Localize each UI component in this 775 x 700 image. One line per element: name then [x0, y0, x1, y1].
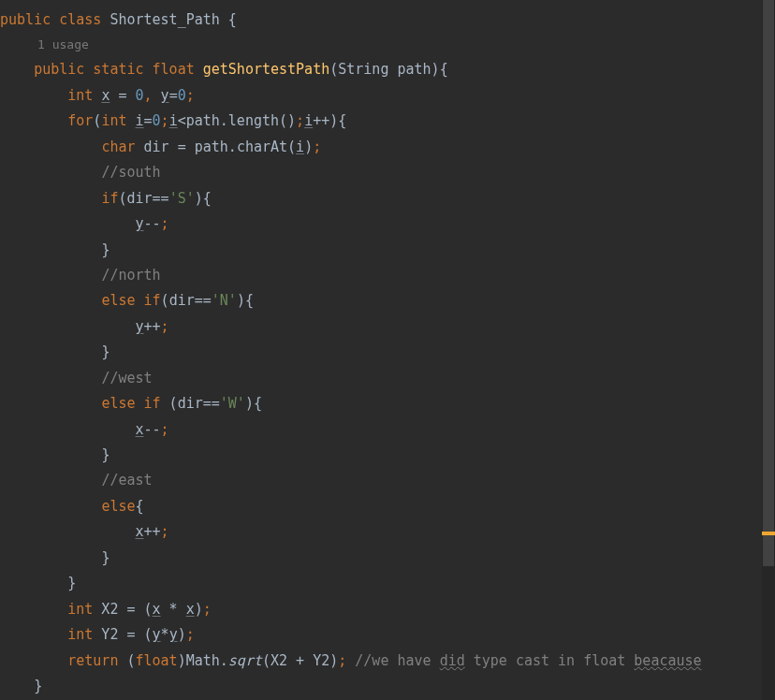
- code-line[interactable]: if(dir=='S'){: [0, 186, 775, 211]
- code-line[interactable]: else if (dir=='W'){: [0, 391, 775, 416]
- param-name: path: [397, 61, 431, 78]
- code-line[interactable]: else if(dir=='N'){: [0, 288, 775, 314]
- semicolon: ;: [186, 626, 195, 643]
- parens: (): [279, 112, 296, 129]
- code-line[interactable]: for(int i=0;i<path.length();i++){: [0, 109, 775, 134]
- equals: =: [144, 112, 153, 129]
- code-line[interactable]: //south: [0, 160, 775, 185]
- keyword-int: int: [101, 112, 126, 129]
- keyword-if: if: [144, 395, 161, 412]
- paren: (: [287, 139, 296, 155]
- method-call: length: [228, 112, 279, 129]
- brace: {: [440, 61, 448, 78]
- equals: =: [169, 87, 178, 104]
- paren: ): [237, 292, 245, 309]
- scrollbar-thumb[interactable]: [763, 0, 774, 566]
- code-line[interactable]: x++;: [0, 519, 775, 545]
- variable-y2: Y2: [93, 626, 126, 643]
- variable-y: y: [161, 87, 169, 104]
- code-line[interactable]: }: [0, 674, 775, 699]
- code-line[interactable]: else{: [0, 494, 775, 519]
- code-line[interactable]: y++;: [0, 314, 775, 340]
- usage-hint[interactable]: 1 usage: [0, 33, 775, 57]
- equals: =: [178, 139, 195, 155]
- code-line[interactable]: y--;: [0, 211, 775, 237]
- dot: .: [220, 112, 228, 129]
- warning-marker[interactable]: [762, 532, 775, 535]
- code-line[interactable]: //north: [0, 263, 775, 288]
- typo-beacause: beacause: [634, 652, 701, 669]
- semicolon: ;: [203, 601, 212, 618]
- method-sqrt: sqrt: [228, 652, 262, 669]
- scrollbar-track[interactable]: [762, 0, 775, 700]
- variable-x: x: [136, 421, 144, 438]
- math-class: Math: [186, 652, 220, 669]
- brace: {: [338, 112, 346, 129]
- variable-i: i: [136, 112, 144, 129]
- code-line[interactable]: }: [0, 238, 775, 263]
- code-line[interactable]: public static float getShortestPath(Stri…: [0, 57, 775, 82]
- keyword-for: for: [67, 112, 93, 129]
- equals-equals: ==: [153, 190, 169, 207]
- equals-equals: ==: [203, 395, 220, 412]
- code-line[interactable]: }: [0, 443, 775, 468]
- code-line[interactable]: //east: [0, 468, 775, 493]
- brace: {: [245, 292, 254, 309]
- variable-dir: dir: [169, 292, 195, 309]
- code-line[interactable]: int X2 = (x * x);: [0, 597, 775, 622]
- code-line[interactable]: int Y2 = (y*y);: [0, 622, 775, 648]
- keyword-float: float: [153, 61, 195, 78]
- path-var: path: [186, 112, 220, 129]
- variable-x: x: [136, 523, 144, 540]
- keyword-float: float: [136, 652, 178, 669]
- code-line[interactable]: }: [0, 571, 775, 596]
- char-literal-n: 'N': [212, 292, 237, 309]
- increment: ++: [313, 112, 329, 129]
- keyword-if: if: [144, 292, 161, 309]
- paren: ): [245, 395, 254, 412]
- code-line[interactable]: int x = 0, y=0;: [0, 83, 775, 109]
- semicolon: ;: [161, 523, 169, 540]
- variable-y: y: [169, 626, 178, 643]
- multiply: *: [161, 601, 186, 618]
- space: [346, 652, 355, 669]
- comment-text: type cast in float: [465, 652, 635, 669]
- brace: }: [101, 549, 110, 566]
- code-editor[interactable]: public class Shortest_Path { 1 usage pub…: [0, 0, 775, 700]
- variable-x: x: [153, 601, 161, 618]
- typo-did: did: [440, 652, 465, 669]
- comment-east: //east: [101, 472, 152, 489]
- code-line[interactable]: public class Shortest_Path {: [0, 7, 775, 33]
- paren: (: [144, 601, 153, 618]
- equals: =: [110, 87, 135, 104]
- decrement: --: [144, 421, 161, 438]
- expression: X2 + Y2: [271, 652, 329, 669]
- comma: ,: [144, 87, 161, 104]
- increment: ++: [144, 523, 161, 540]
- keyword-else: else: [101, 292, 135, 309]
- method-call: charAt: [237, 139, 287, 155]
- code-line[interactable]: //west: [0, 366, 775, 391]
- paren: ): [329, 112, 338, 129]
- paren: ): [178, 626, 186, 643]
- semicolon: ;: [296, 112, 304, 129]
- multiply: *: [161, 626, 169, 643]
- code-line[interactable]: }: [0, 546, 775, 571]
- code-line[interactable]: char dir = path.charAt(i);: [0, 135, 775, 160]
- variable-y: y: [136, 318, 144, 335]
- code-line[interactable]: x--;: [0, 417, 775, 443]
- paren: ): [178, 652, 186, 669]
- keyword-int: int: [67, 626, 93, 643]
- paren: ): [329, 652, 338, 669]
- keyword-int: int: [67, 601, 93, 618]
- code-line[interactable]: }: [0, 340, 775, 365]
- code-line[interactable]: return (float)Math.sqrt(X2 + Y2); //we h…: [0, 649, 775, 674]
- semicolon: ;: [313, 139, 321, 155]
- keyword-else: else: [101, 395, 135, 412]
- keyword-class: class: [59, 11, 101, 28]
- variable-dir: dir: [136, 139, 178, 155]
- paren: (: [262, 652, 271, 669]
- brace: }: [101, 446, 110, 463]
- path-var: path: [195, 139, 228, 155]
- semicolon: ;: [161, 112, 169, 129]
